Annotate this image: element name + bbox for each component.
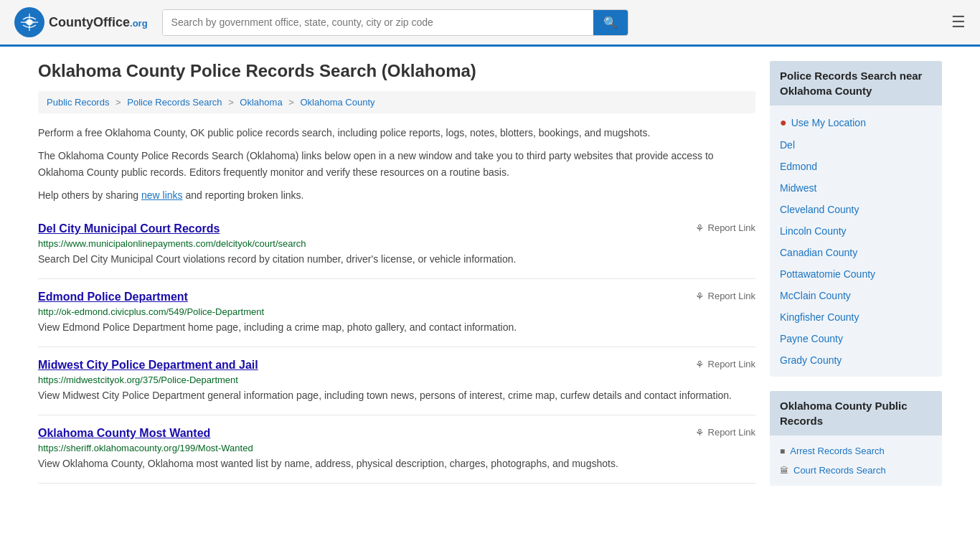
site-header: CountyOffice.org 🔍 ☰ (0, 0, 980, 47)
court-records-icon: 🏛 (780, 466, 788, 476)
sidebar: Police Records Search near Oklahoma Coun… (770, 61, 942, 500)
report-link-button[interactable]: ⚘ Report Link (695, 359, 755, 370)
sidebar-section-content-nearby: ● Use My Location Del Edmond Midwest Cle… (770, 105, 942, 377)
content-area: Oklahoma County Police Records Search (O… (38, 61, 755, 500)
description-1: Perform a free Oklahoma County, OK publi… (38, 125, 755, 141)
sidebar-section-header-public-records: Oklahoma County Public Records (770, 391, 942, 435)
record-description: View Edmond Police Department home page,… (38, 320, 755, 335)
report-link-button[interactable]: ⚘ Report Link (695, 222, 755, 234)
breadcrumb-police-records-search[interactable]: Police Records Search (127, 97, 222, 108)
sidebar-item-use-my-location[interactable]: ● Use My Location (770, 111, 942, 134)
records-list: Del City Municipal Court Records ⚘ Repor… (38, 211, 755, 484)
report-link-button[interactable]: ⚘ Report Link (695, 427, 755, 438)
record-item: Del City Municipal Court Records ⚘ Repor… (38, 211, 755, 279)
sidebar-item-mcclain-county[interactable]: McClain County (770, 285, 942, 306)
sidebar-item-del[interactable]: Del (770, 134, 942, 156)
page-title: Oklahoma County Police Records Search (O… (38, 61, 755, 81)
new-links-link[interactable]: new links (141, 189, 183, 201)
record-url[interactable]: http://ok-edmond.civicplus.com/549/Polic… (38, 306, 755, 317)
report-icon: ⚘ (695, 222, 705, 234)
record-item: Edmond Police Department ⚘ Report Link h… (38, 279, 755, 347)
record-url[interactable]: https://sheriff.oklahomacounty.org/199/M… (38, 443, 755, 453)
sidebar-item-edmond[interactable]: Edmond (770, 156, 942, 177)
sidebar-item-payne-county[interactable]: Payne County (770, 328, 942, 349)
arrest-records-icon: ■ (780, 446, 785, 456)
record-url[interactable]: https://midwestcityok.org/375/Police-Dep… (38, 375, 755, 385)
record-item: Midwest City Police Department and Jail … (38, 347, 755, 415)
record-description: Search Del City Municipal Court violatio… (38, 252, 755, 267)
breadcrumb-public-records[interactable]: Public Records (47, 97, 109, 108)
sidebar-item-canadian-county[interactable]: Canadian County (770, 242, 942, 263)
record-item: Oklahoma County Most Wanted ⚘ Report Lin… (38, 415, 755, 484)
record-title[interactable]: Midwest City Police Department and Jail (38, 359, 258, 372)
report-icon: ⚘ (695, 291, 705, 302)
description-2: The Oklahoma County Police Records Searc… (38, 148, 755, 180)
breadcrumb-oklahoma-county[interactable]: Oklahoma County (300, 97, 374, 108)
sidebar-section-public-records: Oklahoma County Public Records ■ Arrest … (770, 391, 942, 486)
search-button[interactable]: 🔍 (593, 10, 628, 35)
sidebar-item-kingfisher-county[interactable]: Kingfisher County (770, 306, 942, 328)
record-description: View Midwest City Police Department gene… (38, 388, 755, 403)
record-url[interactable]: https://www.municipalonlinepayments.com/… (38, 238, 755, 249)
location-pin-icon: ● (780, 116, 787, 129)
record-title[interactable]: Del City Municipal Court Records (38, 222, 220, 235)
sidebar-item-cleveland-county[interactable]: Cleveland County (770, 199, 942, 220)
logo-icon (14, 7, 44, 37)
report-icon: ⚘ (695, 359, 705, 370)
sidebar-item-pottawatomie-county[interactable]: Pottawatomie County (770, 263, 942, 285)
sidebar-item-midwest[interactable]: Midwest (770, 177, 942, 199)
sidebar-section-header-nearby: Police Records Search near Oklahoma Coun… (770, 61, 942, 105)
main-container: Oklahoma County Police Records Search (O… (24, 47, 956, 514)
record-description: View Oklahoma County, Oklahoma most want… (38, 456, 755, 471)
sidebar-item-court-records[interactable]: 🏛 Court Records Search (770, 461, 942, 480)
use-my-location-link[interactable]: Use My Location (791, 117, 866, 128)
search-input[interactable] (163, 10, 593, 35)
site-logo[interactable]: CountyOffice.org (14, 7, 148, 37)
report-link-button[interactable]: ⚘ Report Link (695, 291, 755, 302)
logo-text: CountyOffice.org (49, 15, 148, 30)
search-bar: 🔍 (162, 9, 628, 36)
breadcrumb: Public Records > Police Records Search >… (38, 91, 755, 113)
sidebar-section-nearby: Police Records Search near Oklahoma Coun… (770, 61, 942, 377)
sidebar-item-lincoln-county[interactable]: Lincoln County (770, 220, 942, 242)
sidebar-item-arrest-records[interactable]: ■ Arrest Records Search (770, 441, 942, 461)
report-icon: ⚘ (695, 427, 705, 438)
description-3: Help others by sharing new links and rep… (38, 187, 755, 203)
breadcrumb-oklahoma[interactable]: Oklahoma (240, 97, 282, 108)
record-title[interactable]: Oklahoma County Most Wanted (38, 427, 210, 440)
menu-button[interactable]: ☰ (951, 13, 966, 32)
sidebar-section-content-public-records: ■ Arrest Records Search 🏛 Court Records … (770, 435, 942, 486)
sidebar-item-grady-county[interactable]: Grady County (770, 349, 942, 371)
record-title[interactable]: Edmond Police Department (38, 291, 188, 303)
